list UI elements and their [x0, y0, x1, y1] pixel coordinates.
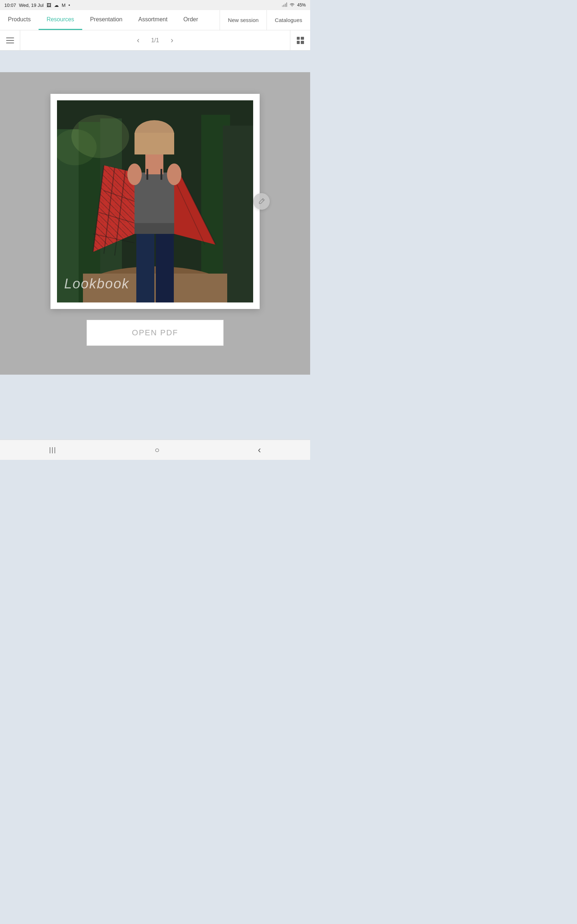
next-button[interactable]: ›: [168, 34, 176, 47]
pagination-controls: ‹ 1/1 ›: [134, 34, 176, 47]
page-indicator: 1/1: [151, 37, 159, 44]
signal-icon: [282, 2, 287, 8]
tab-products[interactable]: Products: [0, 10, 39, 30]
cloud-icon: ☁: [54, 3, 59, 8]
edit-button[interactable]: [253, 193, 270, 210]
tab-presentation[interactable]: Presentation: [82, 10, 131, 30]
wifi-icon: [289, 3, 295, 8]
toolbar: ‹ 1/1 ›: [0, 30, 310, 50]
nav-actions: New session Catalogues: [220, 10, 310, 30]
tab-resources[interactable]: Resources: [39, 10, 82, 30]
svg-rect-9: [223, 126, 253, 302]
home-button[interactable]: ○: [155, 446, 160, 455]
nav-bar: Products Resources Presentation Assortme…: [0, 10, 310, 30]
svg-rect-34: [161, 169, 162, 180]
svg-rect-35: [134, 223, 174, 234]
mail-icon: M: [62, 3, 66, 8]
lookbook-image: Lookbook: [57, 100, 253, 302]
svg-point-28: [127, 163, 142, 185]
svg-rect-14: [136, 230, 154, 302]
bottom-spacer: [0, 375, 310, 439]
svg-rect-33: [147, 169, 148, 180]
time: 10:07: [4, 3, 16, 8]
open-pdf-button[interactable]: OPEN PDF: [87, 320, 224, 346]
lookbook-label: Lookbook: [64, 276, 129, 292]
new-session-button[interactable]: New session: [220, 10, 267, 30]
resource-card-area: Lookbook OPEN PDF: [0, 72, 310, 375]
recent-apps-button[interactable]: |||: [49, 446, 56, 454]
dot-icon: •: [69, 3, 70, 8]
edit-icon: [258, 198, 265, 205]
catalogues-button[interactable]: Catalogues: [267, 10, 310, 30]
grid-icon: [297, 37, 304, 44]
status-bar: 10:07 Wed, 19 Jul 🖼 ☁ M • 45%: [0, 0, 310, 10]
svg-line-39: [262, 199, 264, 201]
battery: 45%: [297, 3, 306, 8]
lookbook-card: Lookbook: [50, 94, 259, 309]
date: Wed, 19 Jul: [19, 3, 44, 8]
tab-order[interactable]: Order: [175, 10, 206, 30]
svg-point-29: [167, 163, 181, 185]
svg-rect-15: [156, 230, 174, 302]
svg-rect-32: [134, 133, 174, 155]
prev-button[interactable]: ‹: [134, 34, 142, 47]
menu-button[interactable]: [0, 30, 20, 50]
photo-icon: 🖼: [47, 3, 51, 8]
grid-view-button[interactable]: [290, 30, 310, 50]
back-button[interactable]: ‹: [258, 444, 261, 456]
main-content: Lookbook OPEN PDF: [0, 50, 310, 439]
hamburger-icon: [6, 37, 14, 43]
android-nav-bar: ||| ○ ‹: [0, 439, 310, 460]
nav-tabs: Products Resources Presentation Assortme…: [0, 10, 220, 30]
tab-assortment[interactable]: Assortment: [130, 10, 175, 30]
